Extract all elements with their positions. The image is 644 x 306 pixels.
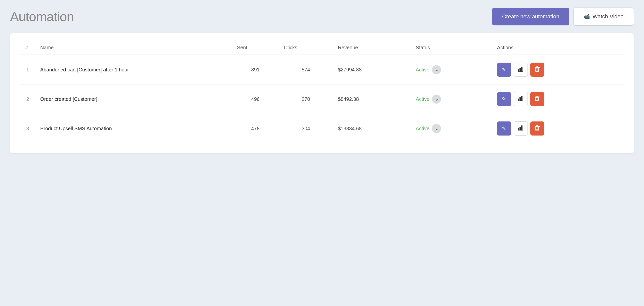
delete-button-1[interactable] [530, 63, 544, 77]
edit-button-3[interactable]: ✎ [497, 121, 511, 136]
row-status-cell-3: Active [411, 114, 492, 143]
col-status: Status [411, 41, 492, 55]
svg-rect-18 [535, 97, 540, 97]
svg-rect-27 [538, 127, 538, 129]
page-header: Automation Create new automation 📹 Watch… [10, 8, 634, 26]
pencil-icon: ✎ [502, 67, 506, 73]
chevron-down-icon [435, 96, 438, 102]
row-actions-cell-3: ✎ [492, 114, 624, 143]
automations-table-container: # Name Sent Clicks Revenue Status Action… [10, 33, 634, 153]
svg-rect-15 [536, 98, 537, 100]
svg-rect-7 [538, 68, 538, 71]
col-actions: Actions [492, 41, 624, 55]
svg-rect-12 [521, 96, 522, 101]
col-number: # [20, 41, 35, 55]
row-sent-2: 496 [232, 84, 279, 114]
delete-button-3[interactable] [530, 121, 544, 136]
status-badge-3: Active [416, 126, 429, 132]
row-actions-cell-1: ✎ [492, 55, 624, 84]
table-row: 1 Abandoned cart [Customer] after 1 hour… [20, 55, 624, 84]
chart-icon [518, 125, 524, 132]
status-badge-1: Active [416, 67, 429, 73]
svg-rect-25 [536, 127, 537, 129]
trash-icon [535, 66, 540, 73]
row-number-2: 2 [20, 84, 35, 114]
edit-button-2[interactable]: ✎ [497, 92, 511, 106]
header-actions: Create new automation 📹 Watch Video [492, 8, 634, 26]
automations-table: # Name Sent Clicks Revenue Status Action… [20, 41, 624, 143]
stats-button-1[interactable] [514, 63, 528, 77]
row-number-1: 1 [20, 55, 35, 84]
page-title: Automation [10, 9, 74, 24]
svg-rect-22 [521, 125, 522, 130]
row-name-2: Order created [Customer] [35, 84, 232, 114]
chart-icon [518, 96, 524, 102]
row-name-3: Product Upsell SMS Automation [35, 114, 232, 143]
row-number-3: 3 [20, 114, 35, 143]
stats-button-3[interactable] [514, 121, 528, 136]
svg-rect-17 [538, 98, 538, 100]
table-header-row: # Name Sent Clicks Revenue Status Action… [20, 41, 624, 55]
pencil-icon: ✎ [502, 96, 506, 102]
svg-rect-28 [535, 126, 540, 127]
chevron-down-icon [435, 126, 438, 131]
col-revenue: Revenue [333, 41, 411, 55]
pencil-icon: ✎ [502, 125, 506, 132]
edit-button-1[interactable]: ✎ [497, 63, 511, 77]
row-clicks-2: 270 [279, 84, 333, 114]
watch-video-button[interactable]: 📹 Watch Video [573, 8, 634, 26]
status-dropdown-btn-3[interactable] [432, 124, 441, 133]
trash-icon [535, 96, 540, 103]
row-revenue-2: $8492.38 [333, 84, 411, 114]
chevron-down-icon [435, 67, 438, 72]
svg-rect-6 [537, 68, 538, 71]
svg-rect-11 [519, 97, 521, 101]
table-row: 2 Order created [Customer] 496 270 $8492… [20, 84, 624, 114]
svg-rect-2 [521, 67, 522, 72]
svg-rect-21 [519, 127, 521, 130]
svg-rect-19 [536, 96, 538, 97]
svg-rect-9 [536, 66, 538, 67]
status-dropdown-btn-2[interactable] [432, 95, 441, 104]
trash-icon [535, 125, 540, 132]
watch-video-label: Watch Video [592, 13, 624, 20]
status-badge-2: Active [416, 96, 429, 102]
stats-button-2[interactable] [514, 92, 528, 106]
row-revenue-1: $27994.88 [333, 55, 411, 84]
row-name-1: Abandoned cart [Customer] after 1 hour [35, 55, 232, 84]
row-clicks-3: 304 [279, 114, 333, 143]
row-status-cell-2: Active [411, 84, 492, 114]
status-dropdown-btn-1[interactable] [432, 65, 441, 74]
svg-rect-8 [535, 67, 540, 68]
delete-button-2[interactable] [530, 92, 544, 106]
row-sent-1: 891 [232, 55, 279, 84]
svg-rect-1 [519, 68, 521, 72]
row-revenue-3: $13834.68 [333, 114, 411, 143]
row-sent-3: 478 [232, 114, 279, 143]
row-clicks-1: 574 [279, 55, 333, 84]
row-status-cell-1: Active [411, 55, 492, 84]
svg-rect-26 [537, 127, 538, 129]
row-actions-cell-2: ✎ [492, 84, 624, 114]
table-row: 3 Product Upsell SMS Automation 478 304 … [20, 114, 624, 143]
create-automation-button[interactable]: Create new automation [492, 8, 569, 25]
video-icon: 📹 [584, 14, 590, 20]
svg-rect-5 [536, 68, 537, 71]
svg-rect-29 [536, 125, 538, 126]
col-clicks: Clicks [279, 41, 333, 55]
svg-rect-16 [537, 98, 538, 100]
col-sent: Sent [232, 41, 279, 55]
chart-icon [518, 67, 524, 73]
col-name: Name [35, 41, 232, 55]
